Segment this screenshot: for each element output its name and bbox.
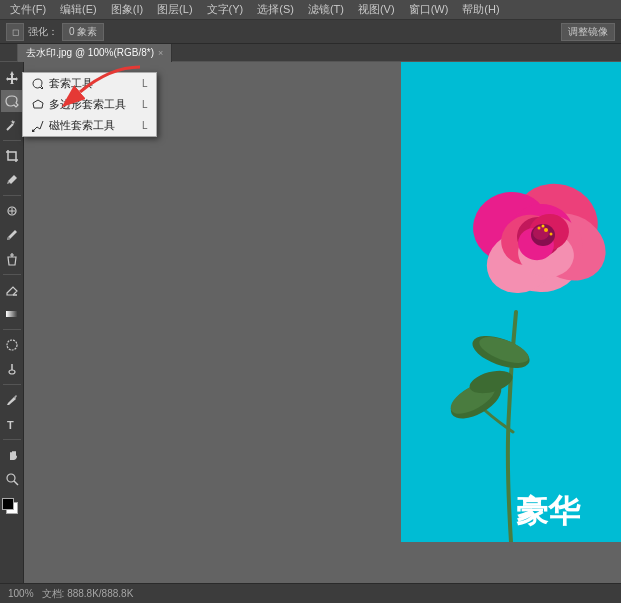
tool-zoom[interactable] [1,468,23,490]
toolbar-divider-1 [3,140,21,141]
status-bar: 100% 文档: 888.8K/888.8K [0,583,621,603]
svg-rect-8 [6,311,18,317]
tool-eyedropper[interactable] [1,169,23,191]
ctx-shortcut-magnetic-lasso: L [130,120,148,131]
context-menu: 套索工具 L 多边形套索工具 L 磁性套索工具 L [22,72,157,137]
ctx-shortcut-lasso: L [130,78,148,89]
svg-point-35 [544,228,548,232]
options-adjust-btn[interactable]: 调整镜像 [561,23,615,41]
tool-blur[interactable] [1,334,23,356]
menu-view[interactable]: 视图(V) [352,1,401,18]
ctx-label-magnetic-lasso: 磁性套索工具 [49,118,115,133]
tab-bar: 去水印.jpg @ 100%(RGB/8*) × [18,44,621,62]
toolbar-divider-3 [3,274,21,275]
svg-text:豪华: 豪华 [516,493,581,529]
tool-hand[interactable] [1,444,23,466]
tool-crop[interactable] [1,145,23,167]
status-info: 文档: 888.8K/888.8K [42,587,134,601]
color-swatches[interactable] [2,498,22,518]
tool-eraser[interactable] [1,279,23,301]
canvas-area[interactable]: 豪华 [24,62,621,583]
options-bar: ◻ 强化： 0 象素 调整镜像 [0,20,621,44]
toolbar-divider-2 [3,195,21,196]
tool-gradient[interactable] [1,303,23,325]
ctx-item-lasso[interactable]: 套索工具 L [23,73,156,94]
menu-select[interactable]: 选择(S) [251,1,300,18]
polygon-lasso-icon [31,98,45,112]
svg-rect-14 [401,62,621,542]
toolbar-divider-5 [3,384,21,385]
tool-dodge[interactable] [1,358,23,380]
tool-lasso[interactable] [1,90,23,112]
options-value[interactable]: 0 象素 [62,23,104,41]
menu-help[interactable]: 帮助(H) [456,1,505,18]
tab-title: 去水印.jpg @ 100%(RGB/8*) [26,46,154,60]
menu-filter[interactable]: 滤镜(T) [302,1,350,18]
svg-marker-2 [10,120,15,125]
svg-point-6 [7,237,10,240]
ctx-item-polygon-lasso[interactable]: 多边形套索工具 L [23,94,156,115]
menu-image[interactable]: 图象(I) [105,1,149,18]
menu-text[interactable]: 文字(Y) [201,1,250,18]
image-canvas: 豪华 [401,62,621,542]
menu-window[interactable]: 窗口(W) [403,1,455,18]
lasso-icon [31,77,45,91]
toolbar-divider-6 [3,439,21,440]
tool-magic-wand[interactable] [1,114,23,136]
options-label: 强化： [28,25,58,39]
menu-edit[interactable]: 编辑(E) [54,1,103,18]
tool-heal[interactable] [1,200,23,222]
svg-point-38 [542,225,545,228]
menu-bar: 文件(F) 编辑(E) 图象(I) 图层(L) 文字(Y) 选择(S) 滤镜(T… [0,0,621,20]
ctx-item-magnetic-lasso[interactable]: 磁性套索工具 L [23,115,156,136]
svg-marker-40 [33,100,43,108]
svg-point-12 [7,474,15,482]
svg-point-36 [538,227,541,230]
svg-line-13 [14,481,18,485]
svg-line-1 [7,124,13,130]
status-zoom: 100% [8,588,34,599]
tab-document[interactable]: 去水印.jpg @ 100%(RGB/8*) × [18,44,172,62]
tab-close-btn[interactable]: × [158,48,163,58]
toolbar-divider-4 [3,329,21,330]
svg-text:T: T [7,419,14,431]
tool-pen[interactable] [1,389,23,411]
tool-move[interactable] [1,66,23,88]
ruler-corner [0,44,18,62]
tool-brush[interactable] [1,224,23,246]
magnetic-lasso-icon [31,119,45,133]
tool-clone[interactable] [1,248,23,270]
svg-point-10 [9,370,15,374]
svg-point-37 [550,233,553,236]
menu-file[interactable]: 文件(F) [4,1,52,18]
ctx-label-polygon-lasso: 多边形套索工具 [49,97,126,112]
tool-text[interactable]: T [1,413,23,435]
toolbar: T [0,62,24,583]
options-tool-icon: ◻ [6,23,24,41]
svg-marker-0 [6,71,18,84]
ctx-shortcut-polygon-lasso: L [130,99,148,110]
ctx-label-lasso: 套索工具 [49,76,93,91]
menu-layer[interactable]: 图层(L) [151,1,198,18]
svg-point-9 [7,340,17,350]
